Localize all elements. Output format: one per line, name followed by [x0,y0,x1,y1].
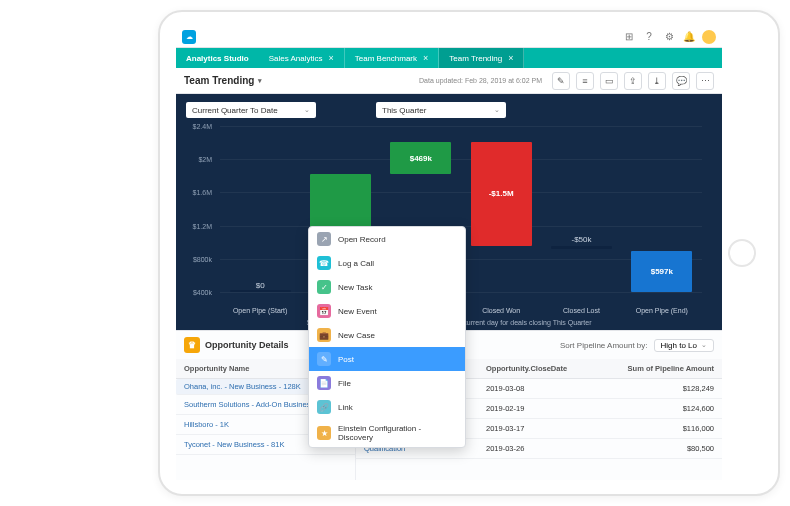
x-tick-label: Open Pipe (End) [622,307,702,314]
bar-value-label: -$1.5M [489,189,514,198]
waterfall-bar[interactable]: $597k [631,251,692,292]
filter-button[interactable]: ≡ [576,72,594,90]
menu-item-label: File [338,379,351,388]
amount-cell: $116,000 [600,419,722,438]
menu-item-label: Open Record [338,235,386,244]
annotation-button[interactable]: 💬 [672,72,690,90]
page-title: Team Trending [184,75,254,86]
bar-value-label: $0 [230,281,291,290]
present-button[interactable]: ▭ [600,72,618,90]
caret-down-icon: ▾ [258,77,262,85]
waterfall-bar[interactable] [230,290,291,292]
x-tick-label: Closed Lost [541,307,621,314]
bar-value-label: -$50k [551,235,612,244]
bar-value-label: $597k [651,267,673,276]
notification-bell-icon[interactable]: 🔔 [682,30,696,44]
crown-icon: ♛ [184,337,200,353]
home-button[interactable] [728,239,756,267]
details-title-text: Opportunity Details [205,340,289,350]
menu-item[interactable]: 🔗Link [309,395,465,419]
select-quarter-to-date[interactable]: Current Quarter To Date ⌄ [186,102,316,118]
more-actions-button[interactable]: ⋯ [696,72,714,90]
menu-item-icon: 💼 [317,328,331,342]
y-tick-label: $2.4M [193,123,212,130]
menu-item-icon: ★ [317,426,331,440]
y-tick-label: $400k [193,289,212,296]
menu-item-icon: 📅 [317,304,331,318]
x-tick-label: Closed Won [461,307,541,314]
column-header: Opportunity.CloseDate [478,359,600,379]
waterfall-bar[interactable]: $469k [390,142,451,174]
menu-item[interactable]: 📅New Event [309,299,465,323]
menu-item[interactable]: ✓New Task [309,275,465,299]
share-button[interactable]: ⇪ [624,72,642,90]
close-icon[interactable]: × [508,53,513,63]
sort-select[interactable]: High to Lo ⌄ [654,339,714,352]
menu-item[interactable]: 💼New Case [309,323,465,347]
tab-label: Team Benchmark [355,54,417,63]
select-label: This Quarter [382,106,426,115]
help-icon[interactable]: ? [642,30,656,44]
y-tick-label: $800k [193,255,212,262]
context-menu[interactable]: ↗Open Record☎Log a Call✓New Task📅New Eve… [308,226,466,448]
date-cell: 2019-03-26 [478,439,600,458]
page-bar: Team Trending ▾ Data updated: Feb 28, 20… [176,68,722,94]
waterfall-bar[interactable] [551,246,612,249]
select-label: Current Quarter To Date [192,106,278,115]
menu-item-icon: ✎ [317,352,331,366]
avatar[interactable] [702,30,716,44]
close-icon[interactable]: × [329,53,334,63]
menu-item-icon: ✓ [317,280,331,294]
setup-gear-icon[interactable]: ⚙ [662,30,676,44]
menu-item[interactable]: ☎Log a Call [309,251,465,275]
data-updated-label: Data updated: Feb 28, 2019 at 6:02 PM [419,77,542,84]
close-icon[interactable]: × [423,53,428,63]
global-header: ☁ ⊞ ? ⚙ 🔔 [176,26,722,48]
details-title: ♛ Opportunity Details [184,337,289,353]
menu-item-label: New Task [338,283,373,292]
chevron-down-icon: ⌄ [701,341,707,349]
y-axis: $2.4M$2M$1.6M$1.2M$800k$400k [176,126,216,292]
workspace-tabs: Analytics Studio Sales Analytics × Team … [176,48,722,68]
sort-value: High to Lo [661,341,697,350]
menu-item-icon: 🔗 [317,400,331,414]
waterfall-bar[interactable]: -$1.5M [471,142,532,246]
x-tick-label: Open Pipe (Start) [220,307,300,314]
download-button[interactable]: ⤓ [648,72,666,90]
menu-item-icon: 📄 [317,376,331,390]
amount-cell: $128,249 [600,379,722,398]
amount-cell: $80,500 [600,439,722,458]
menu-item-label: Link [338,403,353,412]
menu-item-label: Post [338,355,354,364]
menu-item-icon: ☎ [317,256,331,270]
menu-item[interactable]: ✎Post [309,347,465,371]
menu-item-icon: ↗ [317,232,331,246]
tab-team-trending[interactable]: Team Trending × [439,48,524,68]
date-cell: 2019-02-19 [478,399,600,418]
menu-item-label: New Case [338,331,375,340]
edit-button[interactable]: ✎ [552,72,570,90]
select-this-quarter[interactable]: This Quarter ⌄ [376,102,506,118]
salesforce-logo-icon: ☁ [182,30,196,44]
column-header: Sum of Pipeline Amount [600,359,722,379]
date-cell: 2019-03-17 [478,419,600,438]
menu-item-label: New Event [338,307,377,316]
menu-item-label: Einstein Configuration - Discovery [338,424,457,442]
tab-label: Team Trending [449,54,502,63]
date-cell: 2019-03-08 [478,379,600,398]
bar-value-label: $469k [410,154,432,163]
menu-item[interactable]: 📄File [309,371,465,395]
chevron-down-icon: ⌄ [494,106,500,114]
sort-label: Sort Pipeline Amount by: [560,341,648,350]
tab-analytics-studio[interactable]: Analytics Studio [176,48,259,68]
tab-label: Sales Analytics [269,54,323,63]
amount-cell: $124,600 [600,399,722,418]
app-launcher-icon[interactable]: ⊞ [622,30,636,44]
tab-sales-analytics[interactable]: Sales Analytics × [259,48,345,68]
menu-item[interactable]: ↗Open Record [309,227,465,251]
y-tick-label: $1.6M [193,189,212,196]
y-tick-label: $2M [198,156,212,163]
menu-item[interactable]: ★Einstein Configuration - Discovery [309,419,465,447]
tab-team-benchmark[interactable]: Team Benchmark × [345,48,440,68]
page-title-dropdown[interactable]: Team Trending ▾ [184,75,262,86]
